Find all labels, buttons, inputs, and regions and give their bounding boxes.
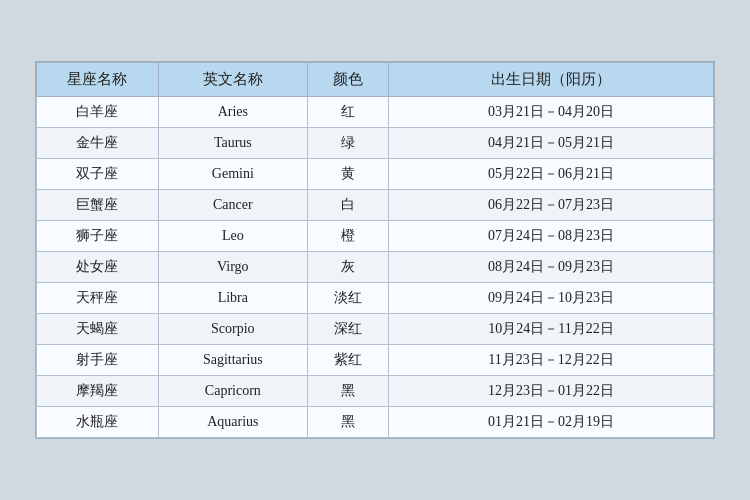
cell-color: 淡红 — [307, 283, 388, 314]
cell-color: 黄 — [307, 159, 388, 190]
cell-en: Sagittarius — [158, 345, 307, 376]
table-row: 金牛座Taurus绿04月21日－05月21日 — [37, 128, 714, 159]
table-row: 天秤座Libra淡红09月24日－10月23日 — [37, 283, 714, 314]
table-row: 水瓶座Aquarius黑01月21日－02月19日 — [37, 407, 714, 438]
cell-date: 06月22日－07月23日 — [389, 190, 714, 221]
table-row: 天蝎座Scorpio深红10月24日－11月22日 — [37, 314, 714, 345]
header-color: 颜色 — [307, 63, 388, 97]
table-row: 双子座Gemini黄05月22日－06月21日 — [37, 159, 714, 190]
cell-date: 04月21日－05月21日 — [389, 128, 714, 159]
table-row: 摩羯座Capricorn黑12月23日－01月22日 — [37, 376, 714, 407]
cell-zh: 双子座 — [37, 159, 159, 190]
cell-en: Cancer — [158, 190, 307, 221]
cell-color: 红 — [307, 97, 388, 128]
cell-en: Virgo — [158, 252, 307, 283]
header-en: 英文名称 — [158, 63, 307, 97]
cell-en: Taurus — [158, 128, 307, 159]
cell-color: 黑 — [307, 376, 388, 407]
cell-en: Aries — [158, 97, 307, 128]
cell-zh: 狮子座 — [37, 221, 159, 252]
cell-zh: 射手座 — [37, 345, 159, 376]
zodiac-table-container: 星座名称 英文名称 颜色 出生日期（阳历） 白羊座Aries红03月21日－04… — [35, 61, 715, 439]
cell-zh: 摩羯座 — [37, 376, 159, 407]
table-body: 白羊座Aries红03月21日－04月20日金牛座Taurus绿04月21日－0… — [37, 97, 714, 438]
cell-date: 05月22日－06月21日 — [389, 159, 714, 190]
zodiac-table: 星座名称 英文名称 颜色 出生日期（阳历） 白羊座Aries红03月21日－04… — [36, 62, 714, 438]
cell-zh: 处女座 — [37, 252, 159, 283]
cell-en: Gemini — [158, 159, 307, 190]
cell-en: Capricorn — [158, 376, 307, 407]
cell-date: 12月23日－01月22日 — [389, 376, 714, 407]
table-row: 白羊座Aries红03月21日－04月20日 — [37, 97, 714, 128]
cell-en: Libra — [158, 283, 307, 314]
cell-en: Leo — [158, 221, 307, 252]
cell-zh: 白羊座 — [37, 97, 159, 128]
table-header-row: 星座名称 英文名称 颜色 出生日期（阳历） — [37, 63, 714, 97]
cell-zh: 天蝎座 — [37, 314, 159, 345]
cell-zh: 天秤座 — [37, 283, 159, 314]
cell-date: 09月24日－10月23日 — [389, 283, 714, 314]
cell-en: Aquarius — [158, 407, 307, 438]
cell-color: 绿 — [307, 128, 388, 159]
cell-zh: 水瓶座 — [37, 407, 159, 438]
table-row: 狮子座Leo橙07月24日－08月23日 — [37, 221, 714, 252]
cell-color: 深红 — [307, 314, 388, 345]
cell-color: 灰 — [307, 252, 388, 283]
cell-date: 08月24日－09月23日 — [389, 252, 714, 283]
table-row: 射手座Sagittarius紫红11月23日－12月22日 — [37, 345, 714, 376]
header-date: 出生日期（阳历） — [389, 63, 714, 97]
cell-color: 黑 — [307, 407, 388, 438]
table-row: 巨蟹座Cancer白06月22日－07月23日 — [37, 190, 714, 221]
cell-date: 11月23日－12月22日 — [389, 345, 714, 376]
cell-zh: 金牛座 — [37, 128, 159, 159]
cell-date: 03月21日－04月20日 — [389, 97, 714, 128]
cell-date: 01月21日－02月19日 — [389, 407, 714, 438]
cell-date: 07月24日－08月23日 — [389, 221, 714, 252]
cell-zh: 巨蟹座 — [37, 190, 159, 221]
header-zh: 星座名称 — [37, 63, 159, 97]
cell-color: 白 — [307, 190, 388, 221]
cell-date: 10月24日－11月22日 — [389, 314, 714, 345]
table-row: 处女座Virgo灰08月24日－09月23日 — [37, 252, 714, 283]
cell-en: Scorpio — [158, 314, 307, 345]
cell-color: 橙 — [307, 221, 388, 252]
cell-color: 紫红 — [307, 345, 388, 376]
